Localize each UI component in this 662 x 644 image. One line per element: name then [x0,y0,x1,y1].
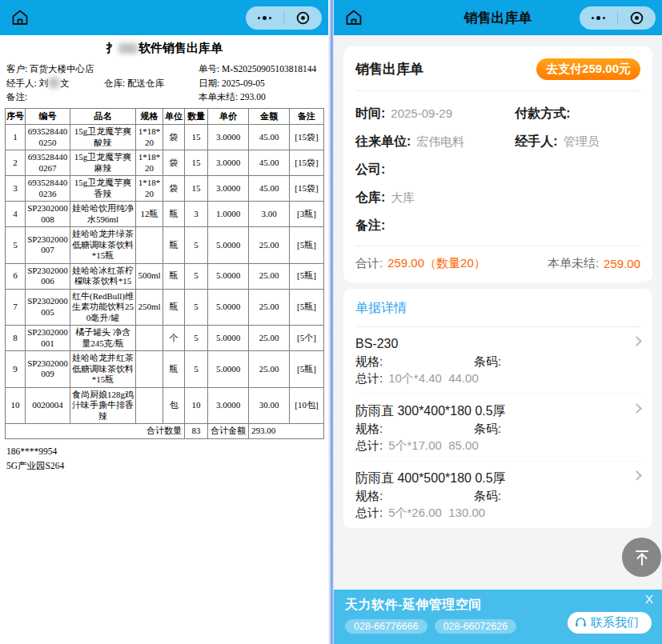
contact-us-button[interactable]: 联系我们 [568,612,652,634]
items-table-body: 1693528440025015g卫龙魔芋爽酸辣1*18*20袋153.0000… [6,125,324,424]
column-header: 品名 [70,108,136,125]
footer-brand: 天力软件-延伸管理空间 [345,597,651,614]
printed-document: 扌软件销售出库单 客户: 百货大楼中心店 单号: M-S202509051038… [0,35,328,473]
table-cell: SP2302000001 [26,326,70,351]
miniprogram-capsule [246,6,322,30]
table-cell: 5 [6,227,26,264]
column-header: 金额 [249,108,290,125]
note-field: 备注: [6,90,199,105]
table-cell [136,387,163,424]
table-row: 2693528440026715g卫龙魔芋爽麻辣1*18*20袋153.0000… [6,150,324,176]
home-icon [10,8,30,27]
chevron-right-icon [632,470,642,481]
content-scroll-area[interactable]: 销售出库单 去支付259.00元 时间:2025-09-29 付款方式: 往来单… [334,35,662,590]
footer-close-button[interactable]: X [645,591,653,607]
counterparty-field: 往来单位:宏伟电料 [355,133,515,150]
warehouse-field: 仓库: 配送仓库 [104,77,199,91]
order-details-card: 单据详情 BS-230规格:条码:总计:10个*4.40 44.00防雨直 30… [343,289,652,528]
total-amount-label: 合计金额 [208,424,249,439]
detail-item-row[interactable]: 防雨直 300*400*180 0.5厚规格:条码:总计:5个*17.00 85… [355,394,640,462]
document-title-main: 软件销售出库单 [138,42,223,54]
back-to-top-button[interactable] [622,538,661,577]
home-button[interactable] [10,7,30,28]
table-cell: [15袋] [290,125,324,150]
table-cell: 娃哈哈龙井红茶低糖调味茶饮料*15瓶 [70,351,136,388]
more-button[interactable] [246,6,283,30]
phone-number-pill[interactable]: 028-66072626 [435,619,517,634]
item-spec-field: 规格: [355,353,474,370]
table-cell: 12瓶 [136,202,163,227]
table-cell: 2 [6,150,26,176]
document-footer-notes: 186****9954 5G产业园S264 [5,444,323,473]
column-header: 序号 [6,108,26,125]
table-cell: SP2302000008 [26,202,70,227]
redacted-patch [118,43,138,54]
table-cell: [5瓶] [290,289,324,326]
table-cell: 15g卫龙魔芋爽麻辣 [70,150,136,176]
total-amount-value: 293.00 [249,424,324,439]
close-minimize-button[interactable] [618,6,656,30]
document-title-prefix: 扌 [106,42,118,54]
home-button[interactable] [343,7,364,28]
table-cell: 1.0000 [208,202,249,227]
column-header: 数量 [185,108,208,125]
table-cell: 3.00 [249,202,290,227]
table-cell: 45.00 [249,150,290,176]
table-cell: 娃哈哈龙井绿茶低糖调味茶饮料*15瓶 [70,227,136,264]
more-icon [592,16,605,20]
table-cell [136,227,163,264]
table-cell: [5瓶] [290,263,324,289]
table-cell: 娃哈哈冰红茶柠檬味茶饮料*15 [70,263,136,289]
table-cell: SP2302000007 [26,227,70,264]
detail-item-row[interactable]: BS-230规格:条码:总计:10个*4.40 44.00 [355,327,640,394]
table-cell: 15g卫龙魔芋爽酸辣 [70,125,136,150]
document-header-fields: 客户: 百货大楼中心店 单号: M-S20250905103818144 经手人… [5,62,323,105]
table-cell: 袋 [163,150,185,176]
table-cell: 6935284400250 [26,125,70,150]
order-summary-card: 销售出库单 去支付259.00元 时间:2025-09-29 付款方式: 往来单… [343,46,652,282]
table-cell: SP2302000009 [26,351,70,388]
handler-field: 经手人: 刘文 [6,77,104,91]
table-cell: [5瓶] [290,351,324,388]
unpaid-field: 本单未结:259.00 [548,256,640,271]
detail-item-row[interactable]: 防雨直 400*500*180 0.5厚规格:条码:总计:5个*26.00 13… [355,462,640,528]
table-cell: 5 [185,289,208,326]
home-icon [344,8,363,27]
item-total-field: 总计:5个*17.00 85.00 [355,437,624,454]
headset-icon [574,616,588,630]
table-cell: SP2302000005 [26,289,70,326]
item-barcode-field: 条码: [474,487,507,504]
totals-row: 合计:259.00（数量20） 本单未结:259.00 [355,246,640,282]
handler-field: 经手人:管理员 [515,133,599,150]
item-barcode-field: 条码: [474,420,507,437]
table-cell: 5.0000 [208,326,249,351]
total-field: 合计:259.00（数量20） [355,256,486,271]
column-header: 规格 [136,108,163,125]
pay-button[interactable]: 去支付259.00元 [536,58,640,80]
table-cell: 15 [185,125,208,150]
table-cell: [3瓶] [290,202,324,227]
table-cell: 25.00 [249,326,290,351]
document-title: 扌软件销售出库单 [5,41,323,56]
table-cell: 8 [6,326,26,351]
table-cell: 3 [6,176,26,202]
redacted-patch [49,78,59,88]
table-cell: 15 [185,176,208,202]
table-cell: 橘子罐头 净含量245克/瓶 [70,326,136,351]
table-cell: 4 [6,202,26,227]
table-row: 5SP2302000007娃哈哈龙井绿茶低糖调味茶饮料*15瓶瓶55.00002… [6,227,324,264]
table-cell: 袋 [163,125,185,150]
table-cell [136,326,163,351]
table-cell: 1*18*20 [136,125,163,150]
table-cell: 瓶 [163,227,185,264]
close-minimize-button[interactable] [284,6,322,30]
item-name: 防雨直 300*400*180 0.5厚 [355,402,624,420]
table-cell: 15 [185,150,208,176]
table-cell: 5 [185,351,208,388]
back-to-top-icon [632,547,652,568]
table-cell: 瓶 [163,263,185,289]
more-button[interactable] [580,6,617,30]
phone-number-pill[interactable]: 028-66776666 [345,619,427,634]
items-table: 序号编号品名规格单位数量单价金额备注 1693528440025015g卫龙魔芋… [5,108,324,439]
table-cell: 1*18*20 [136,150,163,176]
